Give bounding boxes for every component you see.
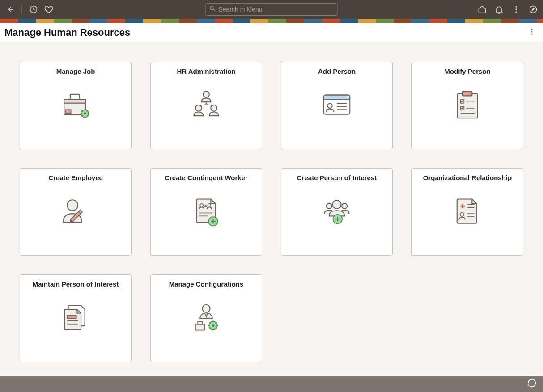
modify-person-icon bbox=[447, 85, 488, 125]
search-input[interactable] bbox=[219, 6, 334, 13]
banner-strip bbox=[0, 19, 543, 23]
svg-point-60 bbox=[333, 200, 341, 209]
svg-rect-13 bbox=[64, 99, 85, 103]
overflow-button[interactable] bbox=[511, 4, 522, 15]
svg-rect-14 bbox=[70, 94, 80, 99]
page-header: Manage Human Resources bbox=[0, 23, 543, 42]
tile-title: Create Person of Interest bbox=[297, 174, 377, 181]
tile-title: Add Person bbox=[318, 67, 356, 75]
hr-admin-icon bbox=[186, 85, 226, 125]
tile-title: Manage Configurations bbox=[169, 280, 244, 288]
svg-point-2 bbox=[210, 6, 214, 10]
refresh-button[interactable] bbox=[527, 378, 537, 390]
create-employee-icon bbox=[55, 191, 96, 232]
tile-grid: Manage Job HR Administration bbox=[20, 62, 523, 362]
svg-marker-8 bbox=[532, 8, 535, 11]
tile-title: HR Administration bbox=[177, 67, 235, 75]
notifications-button[interactable] bbox=[494, 4, 505, 15]
svg-rect-39 bbox=[458, 93, 478, 118]
tile-title: Manage Job bbox=[56, 67, 95, 75]
svg-rect-15 bbox=[66, 110, 71, 113]
tile-maintain-person-of-interest[interactable]: Maintain Person of Interest bbox=[20, 274, 132, 362]
svg-point-6 bbox=[515, 11, 517, 13]
svg-point-27 bbox=[195, 105, 202, 111]
tile-create-contingent-worker[interactable]: Create Contingent Worker bbox=[150, 168, 262, 256]
svg-rect-40 bbox=[463, 91, 472, 96]
svg-point-4 bbox=[515, 6, 517, 8]
favorite-button[interactable] bbox=[43, 4, 54, 15]
svg-point-17 bbox=[84, 112, 86, 114]
svg-point-59 bbox=[342, 203, 347, 209]
svg-point-10 bbox=[531, 31, 533, 32]
org-relationship-icon bbox=[447, 191, 488, 232]
tile-title: Modify Person bbox=[444, 67, 490, 75]
svg-rect-34 bbox=[324, 95, 350, 100]
tile-create-employee[interactable]: Create Employee bbox=[20, 168, 132, 256]
tile-modify-person[interactable]: Modify Person bbox=[411, 62, 523, 149]
navigator-button[interactable] bbox=[528, 4, 539, 15]
tile-manage-configurations[interactable]: Manage Configurations bbox=[150, 274, 262, 362]
tile-title: Create Contingent Worker bbox=[165, 174, 248, 181]
history-button[interactable] bbox=[28, 4, 39, 15]
home-button[interactable] bbox=[477, 4, 488, 15]
tile-create-person-of-interest[interactable]: Create Person of Interest bbox=[281, 168, 393, 256]
tile-add-person[interactable]: Add Person bbox=[281, 62, 393, 149]
svg-point-5 bbox=[515, 8, 517, 10]
tile-manage-job[interactable]: Manage Job bbox=[20, 62, 132, 149]
tile-organizational-relationship[interactable]: Organizational Relationship bbox=[411, 168, 523, 256]
svg-point-58 bbox=[327, 203, 332, 209]
top-bar bbox=[0, 0, 543, 19]
svg-point-46 bbox=[67, 200, 78, 211]
manage-config-icon bbox=[186, 298, 226, 338]
maintain-poi-icon bbox=[55, 298, 96, 338]
svg-line-3 bbox=[213, 9, 215, 11]
svg-point-74 bbox=[202, 305, 210, 312]
back-button[interactable] bbox=[4, 4, 15, 15]
tile-title: Maintain Person of Interest bbox=[33, 280, 119, 288]
svg-point-9 bbox=[531, 29, 533, 30]
manage-job-icon bbox=[55, 85, 96, 125]
page-actions-button[interactable] bbox=[525, 25, 539, 40]
separator bbox=[21, 5, 22, 14]
svg-point-28 bbox=[211, 105, 217, 111]
person-interest-icon bbox=[317, 191, 357, 232]
add-person-icon bbox=[317, 85, 357, 125]
search-box[interactable] bbox=[206, 3, 338, 16]
search-icon bbox=[210, 5, 216, 13]
page-title: Manage Human Resources bbox=[4, 27, 130, 38]
svg-rect-75 bbox=[195, 324, 205, 330]
svg-rect-71 bbox=[67, 316, 76, 319]
svg-point-32 bbox=[205, 103, 207, 105]
svg-point-26 bbox=[203, 91, 209, 97]
footer-bar bbox=[0, 376, 543, 392]
tile-hr-administration[interactable]: HR Administration bbox=[150, 62, 262, 149]
contingent-worker-icon bbox=[186, 191, 226, 232]
svg-rect-76 bbox=[198, 322, 202, 324]
svg-point-78 bbox=[212, 324, 214, 327]
tile-title: Create Employee bbox=[48, 174, 103, 181]
content-area: Manage Job HR Administration bbox=[0, 42, 543, 376]
svg-point-11 bbox=[531, 33, 533, 34]
tile-title: Organizational Relationship bbox=[423, 174, 512, 181]
